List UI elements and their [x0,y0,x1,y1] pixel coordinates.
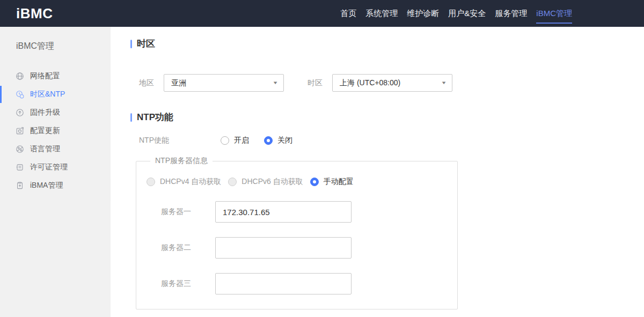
sidebar-item-label: 配置更新 [30,126,60,136]
radio-icon [264,136,273,145]
chevron-down-icon: ▼ [441,80,447,85]
ntp-server-fieldset: NTP服务器信息 DHCPv4 自动获取 DHCPv6 自动获取 手动配置 服务… [136,156,458,309]
nav-item-home[interactable]: 首页 [340,0,356,27]
top-nav-menu: 首页 系统管理 维护诊断 用户&安全 服务管理 iBMC管理 [340,0,644,27]
sidebar-item-network-config[interactable]: 网络配置 [0,67,111,85]
network-icon [16,72,24,80]
radio-manual-config[interactable]: 手动配置 [310,177,354,187]
sidebar-item-label: iBMA管理 [30,181,63,190]
sidebar-item-timezone-ntp[interactable]: 时区&NTP [0,85,111,104]
config-update-icon [16,127,24,135]
sidebar-item-ibma[interactable]: iBMA管理 [0,176,111,195]
chevron-down-icon: ▼ [272,80,278,85]
radio-label: 关闭 [277,136,292,145]
server1-input[interactable] [215,201,352,223]
nav-item-user-security[interactable]: 用户&安全 [448,0,486,27]
sidebar: iBMC管理 网络配置 时区&NTP [0,27,111,317]
sidebar-item-label: 语言管理 [30,144,60,154]
ntp-enable-row: NTP使能 开启 关闭 [139,136,644,145]
timezone-label: 时区 [308,78,323,88]
radio-dhcpv6-auto: DHCPv6 自动获取 [228,177,303,187]
sidebar-item-language[interactable]: 语言管理 [0,140,111,158]
ibmc-logo[interactable]: iBMC [16,5,53,22]
nav-item-system[interactable]: 系统管理 [365,0,398,27]
sidebar-menu: 网络配置 时区&NTP 固件升级 [0,67,111,195]
sidebar-item-label: 固件升级 [30,108,60,117]
main-content: 时区 地区 亚洲 ▼ 时区 上海 (UTC+08:00) ▼ NTP功能 NTP… [111,27,644,317]
radio-label: 手动配置 [324,177,354,187]
nav-item-ibmc-management[interactable]: iBMC管理 [536,0,572,27]
nav-item-services[interactable]: 服务管理 [495,0,527,27]
sidebar-title: iBMC管理 [16,41,111,52]
server-row-1: 服务器一 [147,201,457,223]
radio-ntp-off[interactable]: 关闭 [264,136,292,145]
sidebar-item-label: 时区&NTP [30,90,65,99]
radio-dhcpv4-auto: DHCPv4 自动获取 [147,177,221,187]
server2-input[interactable] [215,237,352,259]
server-row-3: 服务器三 [147,273,457,294]
ntp-enable-label: NTP使能 [139,136,221,145]
sidebar-item-label: 网络配置 [30,71,60,81]
section-title-text: 时区 [137,38,155,50]
region-field: 地区 亚洲 ▼ [139,74,284,92]
accent-bar [130,40,132,48]
region-select[interactable]: 亚洲 ▼ [164,74,284,92]
radio-icon [228,178,237,186]
radio-icon [221,136,229,145]
server1-label: 服务器一 [161,207,215,217]
timezone-ntp-icon [16,90,24,99]
server3-input[interactable] [215,273,352,294]
sidebar-item-firmware-upgrade[interactable]: 固件升级 [0,104,111,122]
region-label: 地区 [139,78,154,88]
radio-ntp-on[interactable]: 开启 [221,136,249,145]
nav-item-maintenance[interactable]: 维护诊断 [407,0,439,27]
ntp-mode-row: DHCPv4 自动获取 DHCPv6 自动获取 手动配置 [147,177,457,187]
firmware-upgrade-icon [16,108,24,117]
ibma-icon [16,181,24,190]
sidebar-item-config-update[interactable]: 配置更新 [0,122,111,140]
radio-icon [310,178,319,186]
region-select-value: 亚洲 [171,78,186,88]
section-title-ntp: NTP功能 [130,111,644,123]
timezone-select[interactable]: 上海 (UTC+08:00) ▼ [332,74,452,92]
section-title-timezone: 时区 [130,38,644,50]
timezone-select-value: 上海 (UTC+08:00) [340,78,400,88]
sidebar-item-license[interactable]: 许可证管理 [0,158,111,176]
radio-label: DHCPv4 自动获取 [160,177,221,187]
section-title-text: NTP功能 [137,111,173,123]
ntp-server-legend: NTP服务器信息 [150,156,213,166]
timezone-field: 时区 上海 (UTC+08:00) ▼ [308,74,452,92]
radio-label: 开启 [234,136,249,145]
server3-label: 服务器三 [161,279,215,289]
license-icon [16,163,24,172]
language-icon [16,145,24,153]
sidebar-item-label: 许可证管理 [30,163,68,172]
timezone-form-row: 地区 亚洲 ▼ 时区 上海 (UTC+08:00) ▼ [139,74,644,92]
radio-icon [147,178,155,186]
accent-bar [130,113,132,122]
server-row-2: 服务器二 [147,237,457,259]
top-navbar: iBMC 首页 系统管理 维护诊断 用户&安全 服务管理 iBMC管理 [0,0,644,27]
server2-label: 服务器二 [161,243,215,253]
radio-label: DHCPv6 自动获取 [241,177,303,187]
